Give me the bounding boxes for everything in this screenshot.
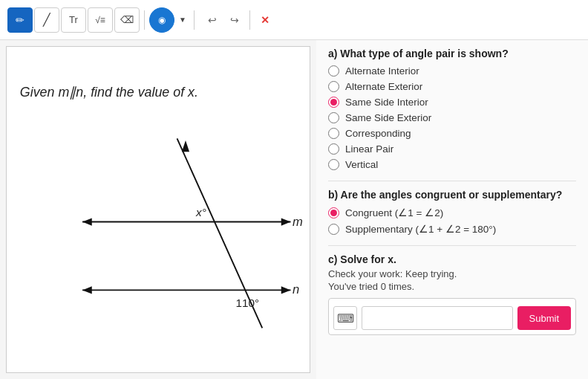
geometry-diagram: Given m∥n, find the value of x. m n [7,47,310,372]
undo-button[interactable]: ↩ [202,10,223,30]
option-same-side-interior[interactable]: Same Side Interior [328,97,576,108]
svg-text:x°: x° [195,206,206,218]
pencil-icon: ✏ [16,14,24,26]
radio-same-side-interior[interactable] [328,97,339,108]
canvas-area: Given m∥n, find the value of x. m n [6,46,310,373]
keyboard-button[interactable]: ⌨ [333,306,357,330]
radio-corresponding[interactable] [328,128,339,139]
close-icon: ✕ [261,14,270,26]
option-vertical[interactable]: Vertical [328,159,576,170]
radio-vertical[interactable] [328,159,339,170]
line-button[interactable]: ╱ [34,7,59,33]
option-linear-pair[interactable]: Linear Pair [328,143,576,155]
option-congruent[interactable]: Congruent (∠1 = ∠2) [328,207,576,218]
right-panel: a) What type of angle pair is shown? Alt… [316,40,588,379]
svg-marker-7 [281,286,291,294]
svg-marker-9 [182,140,189,152]
radio-alt-interior[interactable] [328,65,339,77]
divider-3 [249,10,250,30]
chevron-down-icon: ▼ [179,16,186,24]
formula-button[interactable]: √≡ [88,7,113,33]
radio-congruent[interactable] [328,207,339,218]
text-icon: Tr [69,14,78,25]
section-a-title: a) What type of angle pair is shown? [328,48,576,59]
redo-icon: ↪ [230,14,239,26]
check-work-line2: You've tried 0 times. [328,281,576,292]
svg-marker-6 [82,286,92,294]
option-same-side-exterior[interactable]: Same Side Exterior [328,112,576,123]
answer-input[interactable] [362,306,513,330]
radio-linear-pair[interactable] [328,143,339,155]
svg-marker-2 [82,218,92,225]
option-supplementary[interactable]: Supplementary (∠1 + ∠2 = 180°) [328,223,576,235]
shape-icon: ◉ [158,15,166,25]
keyboard-icon: ⌨ [337,311,354,325]
radio-same-side-exterior[interactable] [328,112,339,123]
canvas-inner: Given m∥n, find the value of x. m n [7,47,310,372]
svg-marker-3 [281,218,291,225]
section-a: a) What type of angle pair is shown? Alt… [328,48,576,170]
radio-alt-exterior[interactable] [328,81,339,92]
svg-text:110°: 110° [236,297,260,309]
section-b: b) Are the angles congruent or supplemen… [328,189,576,235]
close-button[interactable]: ✕ [255,10,275,30]
eraser-icon: ⌫ [120,14,134,25]
main-content: Given m∥n, find the value of x. m n [0,40,588,379]
undo-icon: ↩ [208,14,217,26]
section-c-title: c) Solve for x. [328,253,576,265]
shape-button[interactable]: ◉ [149,7,174,33]
option-alt-exterior[interactable]: Alternate Exterior [328,81,576,92]
divider-2 [194,10,195,30]
answer-input-row: ⌨ Submit [333,306,571,330]
section-b-title: b) Are the angles congruent or supplemen… [328,189,576,201]
formula-icon: √≡ [95,15,105,25]
divider-1 [144,10,145,30]
option-alt-interior[interactable]: Alternate Interior [328,65,576,77]
redo-button[interactable]: ↪ [224,10,245,30]
svg-text:m: m [293,215,303,229]
option-corresponding[interactable]: Corresponding [328,128,576,139]
check-work-line1: Check your work: Keep trying. [328,268,576,279]
text-button[interactable]: Tr [61,7,86,33]
line-icon: ╱ [43,13,50,27]
submit-button[interactable]: Submit [517,306,571,330]
divider-bc [328,245,576,246]
undo-redo-group: ↩ ↪ [202,10,245,30]
toolbar: ✏ ╱ Tr √≡ ⌫ ◉ ▼ ↩ ↪ ✕ [0,0,588,40]
pencil-button[interactable]: ✏ [7,7,33,33]
problem-statement: Given m∥n, find the value of x. [20,85,198,100]
svg-text:n: n [293,282,299,297]
section-c: c) Solve for x. Check your work: Keep tr… [328,253,576,335]
eraser-button[interactable]: ⌫ [114,7,140,33]
divider-ab [328,181,576,181]
dropdown-button[interactable]: ▼ [176,7,189,33]
radio-supplementary[interactable] [328,224,339,235]
answer-area: ⌨ Submit [328,298,576,335]
